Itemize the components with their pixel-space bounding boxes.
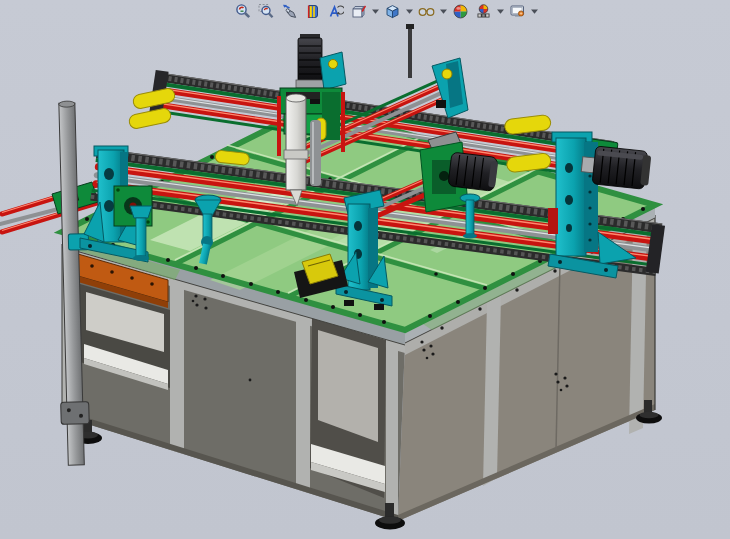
previous-view-icon xyxy=(281,3,298,20)
view-orientation-button[interactable] xyxy=(348,1,369,21)
dropdown-arrow-icon xyxy=(406,9,413,14)
lead-screw-shaft xyxy=(406,24,414,78)
display-style-dropdown[interactable] xyxy=(405,1,414,21)
spindle[interactable] xyxy=(284,94,308,206)
hide-show-items-button[interactable] xyxy=(416,1,437,21)
view-orientation-icon xyxy=(350,3,367,20)
apply-scene-button[interactable] xyxy=(473,1,494,21)
heads-up-view-toolbar xyxy=(233,1,539,21)
machine-model[interactable] xyxy=(0,0,730,539)
apply-scene-dropdown[interactable] xyxy=(496,1,505,21)
cad-viewport[interactable] xyxy=(0,0,730,539)
open-compartment-front[interactable] xyxy=(310,318,386,498)
view-settings-icon xyxy=(509,3,526,20)
view-orientation-dropdown[interactable] xyxy=(371,1,380,21)
section-view-button[interactable] xyxy=(302,1,323,21)
annotation-rotate-icon xyxy=(327,3,344,20)
zoom-to-fit-icon xyxy=(235,3,252,20)
hide-show-items-dropdown[interactable] xyxy=(439,1,448,21)
dropdown-arrow-icon xyxy=(497,9,504,14)
display-style-button[interactable] xyxy=(382,1,403,21)
dynamic-annotation-views-button[interactable] xyxy=(325,1,346,21)
appearance-ball-icon xyxy=(452,3,469,20)
dropdown-arrow-icon xyxy=(440,9,447,14)
edit-appearance-button[interactable] xyxy=(450,1,471,21)
x-drive-motor[interactable] xyxy=(448,152,499,191)
zoom-to-area-icon xyxy=(258,3,275,20)
view-settings-dropdown[interactable] xyxy=(530,1,539,21)
zoom-to-area-button[interactable] xyxy=(256,1,277,21)
apply-scene-icon xyxy=(475,3,492,20)
z-motor[interactable] xyxy=(296,34,324,88)
view-settings-button[interactable] xyxy=(507,1,528,21)
dropdown-arrow-icon xyxy=(531,9,538,14)
previous-view-button[interactable] xyxy=(279,1,300,21)
display-style-cube-icon xyxy=(384,3,401,20)
eyeglasses-icon xyxy=(418,3,435,20)
section-view-icon xyxy=(304,3,321,20)
zoom-to-fit-button[interactable] xyxy=(233,1,254,21)
dropdown-arrow-icon xyxy=(372,9,379,14)
